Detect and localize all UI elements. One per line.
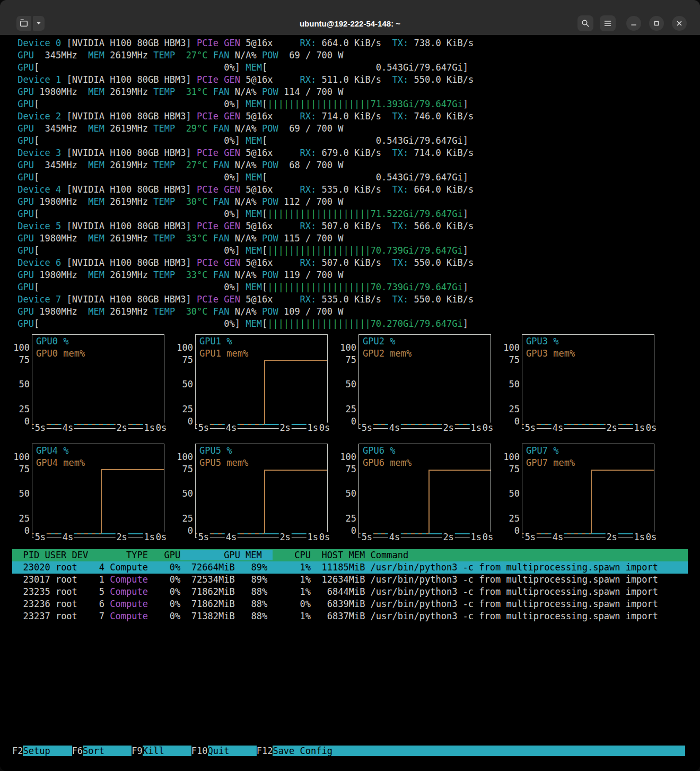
- y-tick-label: 25: [12, 513, 30, 524]
- fkey-action-kill[interactable]: Kill: [143, 746, 191, 756]
- minimize-icon: [629, 19, 638, 28]
- mem-bar: |||||||||||||||||||: [267, 318, 370, 329]
- device-bars-line: GPU[ 0%] MEM[ 0.543Gi/79.647Gi]: [12, 171, 474, 184]
- process-row-23017[interactable]: 23017 root 1 Compute 0% 72534MiB 89% 1% …: [12, 574, 688, 586]
- pcie-link: 5@16x: [246, 294, 273, 305]
- x-tick-label: 5s: [524, 423, 537, 433]
- close-icon: [675, 19, 684, 28]
- fan-label: FAN: [213, 86, 230, 97]
- x-tick-label: 4s: [225, 532, 238, 542]
- chart-legend-util: GPU2 %: [363, 335, 395, 348]
- device-bars-line: GPU[ 0%] MEM[|||||||||||||||||||71.522Gi…: [12, 208, 474, 220]
- gpu-clock-label: GPU: [18, 86, 34, 97]
- y-tick-label: 75: [502, 463, 520, 475]
- fan-value: N/A%: [230, 123, 257, 134]
- device-name: [NVIDIA H100 80GB HBM3]: [66, 294, 191, 305]
- rx-label: RX:: [300, 257, 322, 268]
- process-row-23236[interactable]: 23236 root 6 Compute 0% 71862MiB 88% 0% …: [12, 598, 688, 610]
- gpu-clock-label: GPU: [18, 160, 34, 170]
- temp-value: 33°C: [175, 270, 207, 280]
- maximize-button[interactable]: [649, 16, 664, 31]
- process-host-mem: 6839MiB: [311, 599, 365, 609]
- tx-value: 714.0 KiB/s: [414, 148, 474, 158]
- titlebar-right: [571, 15, 687, 31]
- process-gpu-mem-pct: 88%: [235, 611, 267, 621]
- device-bars-line: GPU[ 0%] MEM[ 0.543Gi/79.647Gi]: [12, 62, 474, 74]
- gpu-clock-value: 1980MHz: [34, 306, 77, 317]
- chart-legend-mem: GPU7 mem%: [526, 457, 575, 469]
- terminal-screen[interactable]: Device 0 [NVIDIA H100 80GB HBM3] PCIe GE…: [0, 35, 700, 771]
- fkey-action-save-config[interactable]: Save Config: [273, 746, 685, 756]
- header-right: CPU HOST MEM Command: [273, 550, 408, 560]
- mem-clock-value: 2619MHz: [104, 123, 148, 134]
- x-tick-label: 1s: [633, 423, 645, 433]
- mem-clock-value: 2619MHz: [104, 270, 148, 280]
- device-label: Device 7: [18, 294, 61, 305]
- fkey-action-sort[interactable]: Sort: [83, 746, 132, 756]
- y-tick-label: 0: [12, 415, 30, 427]
- y-tick-label: 25: [12, 403, 30, 415]
- process-gpu-pct: 0%: [148, 562, 180, 573]
- rx-value: 535.0 KiB/s: [322, 294, 382, 305]
- process-gpu-mem-pct: 89%: [235, 574, 267, 585]
- process-gpu-mem: 72534MiB: [180, 574, 234, 585]
- device-label: Device 2: [18, 111, 61, 122]
- gpu-util: 0%: [39, 172, 234, 183]
- fkey-action-setup[interactable]: Setup: [23, 746, 72, 756]
- device-name: [NVIDIA H100 80GB HBM3]: [66, 221, 191, 231]
- power-max: 700 W: [316, 160, 343, 170]
- y-tick-label: 50: [12, 488, 30, 499]
- chevron-down-icon: [36, 21, 41, 26]
- x-tick-label: 5s: [361, 423, 373, 433]
- gpu-chart-0: 1007550250GPU0 %GPU0 mem%5s4s2s1s0s: [12, 334, 164, 438]
- new-tab-button[interactable]: [16, 16, 31, 31]
- tx-label: TX:: [392, 221, 414, 231]
- chart-y-axis: 1007550250: [338, 334, 356, 429]
- gpu-bar-label: GPU: [18, 282, 34, 292]
- chart-legend-mem: GPU4 mem%: [36, 457, 85, 469]
- fan-value: N/A%: [230, 270, 257, 280]
- search-icon: [581, 19, 590, 28]
- process-row-23237[interactable]: 23237 root 7 Compute 0% 71382MiB 88% 1% …: [12, 610, 688, 622]
- minimize-button[interactable]: [626, 16, 641, 31]
- process-cpu-pct: 1%: [267, 586, 311, 597]
- chart-legend-mem: GPU1 mem%: [199, 348, 248, 360]
- process-type: Compute: [110, 586, 148, 597]
- mem-clock-value: 2619MHz: [104, 50, 148, 60]
- fkey-action-quit[interactable]: Quit: [208, 746, 257, 756]
- tx-label: TX:: [392, 184, 414, 195]
- search-button[interactable]: [578, 15, 593, 31]
- device-clocks-line: GPU 345MHz MEM 2619MHz TEMP 29°C FAN N/A…: [12, 123, 474, 135]
- fan-value: N/A%: [230, 86, 257, 97]
- y-tick-label: 25: [338, 513, 356, 524]
- power-max: 700 W: [316, 306, 343, 317]
- gpu-clock-label: GPU: [18, 233, 34, 244]
- close-button[interactable]: [672, 16, 687, 31]
- menu-button[interactable]: [600, 15, 616, 31]
- temp-value: 27°C: [175, 160, 207, 170]
- gpu-util: 0%: [39, 282, 234, 292]
- y-tick-label: 0: [502, 525, 520, 536]
- x-tick-label: 4s: [552, 532, 564, 542]
- y-tick-label: 0: [338, 525, 356, 536]
- gpu-chart-7: 1007550250GPU7 %GPU7 mem%5s4s2s1s0s: [502, 444, 654, 548]
- gpu-clock-label: GPU: [18, 50, 34, 60]
- mem-bar: |||||||||||||||||||: [267, 209, 370, 219]
- device-clocks-line: GPU 1980MHz MEM 2619MHz TEMP 33°C FAN N/…: [12, 232, 474, 245]
- x-tick-label: 5s: [524, 532, 537, 542]
- header-sort-column: GPU MEM: [180, 550, 273, 560]
- y-tick-label: 50: [175, 378, 193, 390]
- gpu-clock-value: 345MHz: [34, 123, 77, 134]
- profile-dropdown-button[interactable]: [33, 16, 45, 31]
- device-name: [NVIDIA H100 80GB HBM3]: [66, 38, 191, 48]
- process-command: /usr/bin/python3 -c from multiprocessing…: [365, 574, 658, 585]
- fan-value: N/A%: [230, 50, 257, 60]
- process-row-23020[interactable]: 23020 root 4 Compute 0% 72664MiB 89% 1% …: [12, 561, 688, 574]
- process-dev: 7: [83, 611, 110, 621]
- chart-plot: GPU1 %GPU1 mem%5s4s2s1s0s: [195, 334, 328, 429]
- device-name: [NVIDIA H100 80GB HBM3]: [66, 257, 191, 268]
- mem-clock-label: MEM: [88, 50, 104, 60]
- process-dev: 5: [83, 586, 110, 597]
- mem-usage: 70.270Gi/79.647Gi: [371, 318, 463, 329]
- process-row-23235[interactable]: 23235 root 5 Compute 0% 71862MiB 88% 1% …: [12, 586, 688, 598]
